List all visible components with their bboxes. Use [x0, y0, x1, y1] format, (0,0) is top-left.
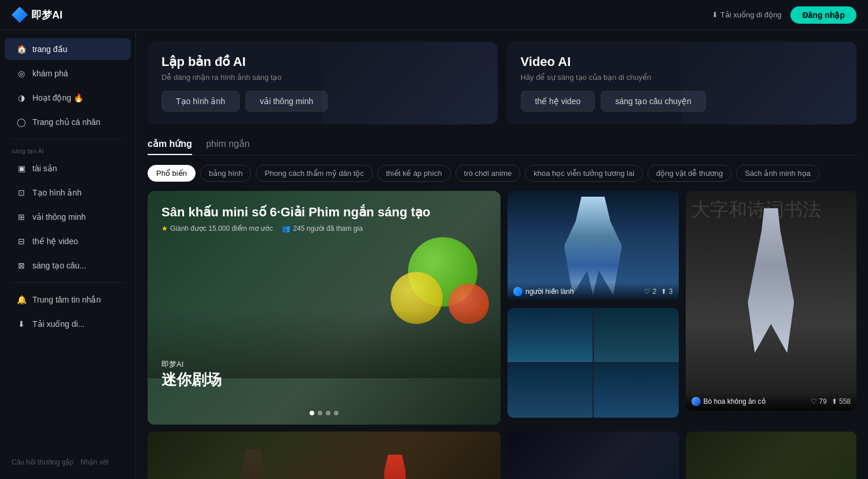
sidebar-item-hoat-dong[interactable]: ◑ Hoạt động 🔥 — [5, 87, 131, 109]
bottom-left-image — [507, 432, 679, 479]
sidebar-item-trang-dau[interactable]: 🏠 trang đầu — [5, 38, 131, 60]
swimmer-cell-1 — [507, 308, 593, 362]
sidebar-label-vai-thong-minh: vải thông minh — [32, 212, 86, 222]
topnav: 即梦AI ⬇ Tải xuống di động Đăng nhập — [0, 0, 868, 30]
footer-feedback[interactable]: Nhận xét — [80, 458, 108, 466]
grid-icon: ⊞ — [16, 212, 27, 222]
second-row — [148, 432, 856, 479]
right-column: 大字和诗词书法 Bò hoa không ăn cỏ ♡ 79 ⬆ 558 — [686, 191, 857, 418]
dancer-avatar — [513, 287, 523, 296]
sidebar-item-trang-chu[interactable]: ◯ Trang chủ cá nhân — [5, 111, 131, 133]
hero-btn-the-he-video[interactable]: thế hệ video — [521, 91, 595, 112]
sidebar-section-label: sáng tạo AI — [0, 144, 135, 156]
book-icon: ⊠ — [16, 260, 27, 271]
banner-logo-text: 即梦AI 迷你剧场 — [161, 359, 222, 390]
swimmer-grid-card[interactable] — [507, 308, 679, 418]
sidebar-label-tao-hinh-anh: Tạo hình ảnh — [32, 188, 82, 197]
chip-tro-choi[interactable]: trò chơi anime — [455, 165, 520, 182]
sidebar-label-trang-dau: trang đầu — [32, 45, 67, 54]
logo-text: 即梦AI — [31, 8, 62, 22]
filter-chips: Phổ biến bảng hình Phong cách thẩm mỹ dâ… — [148, 165, 856, 182]
banner-dots — [310, 411, 339, 415]
banner-dot-2[interactable] — [318, 411, 322, 415]
download-link[interactable]: ⬇ Tải xuống di động — [712, 10, 782, 19]
banner-meta-points: ★ Giành được 15.000 điểm mơ ước — [161, 224, 273, 233]
sidebar-label-trung-tam: Trung tâm tin nhắn — [32, 295, 101, 304]
hero-btn-vai-thong-minh[interactable]: vải thông minh — [245, 91, 328, 112]
hero-card-ai-map-subtitle: Dễ dàng nhận ra hình ảnh sáng tạo — [161, 73, 484, 82]
hanfu-likes: ♡ 79 — [811, 397, 827, 406]
swimmer-grid-image — [507, 308, 679, 418]
banner-brand: 即梦AI — [161, 359, 222, 370]
dancer-card-name: người hiền lành — [513, 287, 573, 296]
swimmer-cell-3 — [507, 363, 593, 418]
chip-pho-bien[interactable]: Phổ biến — [148, 165, 196, 182]
sidebar-item-sang-tao-cau[interactable]: ⊠ sáng tạo câu... — [5, 255, 131, 277]
sidebar-item-kham-pha[interactable]: ◎ khám phá — [5, 62, 131, 84]
bottom-right-image — [686, 432, 857, 479]
hero-btn-tao-hinh-anh[interactable]: Tạo hình ảnh — [161, 91, 240, 112]
hero-btn-sang-tao-cau-chuyen[interactable]: sáng tạo câu chuyện — [601, 91, 706, 112]
sidebar-label-trang-chu: Trang chủ cá nhân — [32, 117, 100, 127]
footer-faq[interactable]: Câu hỏi thường gặp — [12, 458, 73, 466]
image-icon: ⊡ — [16, 187, 27, 198]
couple-image — [148, 432, 501, 479]
dancer-figure — [564, 197, 622, 295]
tab-cam-hung[interactable]: cảm hứng — [148, 138, 192, 155]
hero-cards: Lập bản đồ AI Dễ dàng nhận ra hình ảnh s… — [148, 42, 856, 124]
sidebar-item-vai-thong-minh[interactable]: ⊞ vải thông minh — [5, 206, 131, 228]
content-tabs: cảm hứng phim ngắn — [148, 138, 856, 156]
sidebar: 🏠 trang đầu ◎ khám phá ◑ Hoạt động 🔥 ◯ T… — [0, 30, 136, 479]
hero-card-video-ai-subtitle: Hãy để sự sáng tạo của bạn di chuyển — [521, 73, 843, 82]
star-icon: ★ — [161, 224, 168, 233]
sidebar-item-tai-san[interactable]: ▣ tài sản — [5, 157, 131, 179]
login-button[interactable]: Đăng nhập — [790, 6, 856, 24]
activity-icon: ◑ — [16, 93, 27, 103]
user-icon: ◯ — [16, 117, 27, 127]
sidebar-item-trung-tam[interactable]: 🔔 Trung tâm tin nhắn — [5, 289, 131, 311]
chip-khoa-hoc[interactable]: khoa học viễn tưởng tương lai — [525, 165, 643, 182]
banner-dot-4[interactable] — [334, 411, 339, 415]
layout: 🏠 trang đầu ◎ khám phá ◑ Hoạt động 🔥 ◯ T… — [0, 30, 868, 479]
dancer-card[interactable]: người hiền lành ♡ 2 ⬆ 3 — [507, 191, 679, 301]
sidebar-label-tai-san: tài sản — [32, 164, 57, 173]
sidebar-item-tao-hinh-anh[interactable]: ⊡ Tạo hình ảnh — [5, 182, 131, 204]
couple-card[interactable] — [148, 432, 501, 479]
bottom-right-card[interactable] — [686, 432, 857, 479]
logo[interactable]: 即梦AI — [12, 7, 62, 23]
dancer-shares: ⬆ 3 — [661, 288, 672, 296]
banner-subtitle: 迷你剧场 — [161, 370, 222, 390]
hanfu-card[interactable]: 大字和诗词书法 Bò hoa không ăn cỏ ♡ 79 ⬆ 558 — [686, 191, 857, 411]
sidebar-label-the-he-video: thế hệ video — [32, 237, 78, 246]
chip-bang-hinh[interactable]: bảng hình — [200, 165, 252, 182]
banner-meta: ★ Giành được 15.000 điểm mơ ước 👥 245 ng… — [161, 224, 487, 233]
banner-meta-participants: 👥 245 người đã tham gia — [282, 224, 362, 233]
sidebar-divider-1 — [12, 139, 124, 139]
video-icon: ⊟ — [16, 236, 27, 246]
chip-sach-anh[interactable]: Sách ảnh minh họa — [736, 165, 819, 182]
hanfu-stats: ♡ 79 ⬆ 558 — [811, 397, 851, 406]
chip-thiet-ke[interactable]: thiết kế áp phích — [377, 165, 451, 182]
hanfu-avatar — [692, 397, 701, 406]
banner-dot-3[interactable] — [326, 411, 330, 415]
chip-phong-cach[interactable]: Phong cách thẩm mỹ dân tộc — [256, 165, 372, 182]
hero-card-ai-map-buttons: Tạo hình ảnh vải thông minh — [161, 91, 484, 112]
swimmer-cell-2 — [594, 308, 679, 362]
home-icon: 🏠 — [16, 44, 27, 54]
banner-dot-1[interactable] — [310, 411, 314, 415]
topnav-right: ⬇ Tải xuống di động Đăng nhập — [712, 6, 856, 24]
hanfu-card-name: Bò hoa không ăn cỏ — [692, 397, 766, 406]
hero-card-ai-map: Lập bản đồ AI Dễ dàng nhận ra hình ảnh s… — [148, 42, 498, 124]
sidebar-label-hoat-dong: Hoạt động 🔥 — [32, 93, 83, 102]
tab-phim-ngan[interactable]: phim ngắn — [206, 138, 250, 155]
bottom-left-card[interactable] — [507, 432, 679, 479]
featured-banner[interactable]: Sân khấu mini số 6·Giải Phim ngắn sáng t… — [148, 191, 501, 425]
chip-dong-vat[interactable]: động vật dễ thương — [648, 165, 731, 182]
sidebar-label-kham-pha: khám phá — [32, 69, 68, 78]
sidebar-item-tai-xuong[interactable]: ⬇ Tải xuống di... — [5, 313, 131, 335]
sidebar-item-the-he-video[interactable]: ⊟ thế hệ video — [5, 230, 131, 252]
hanfu-name: Bò hoa không ăn cỏ — [704, 397, 766, 406]
download-label: Tải xuống di động — [720, 10, 782, 19]
sidebar-divider-2 — [12, 282, 124, 283]
hanfu-image: 大字和诗词书法 — [686, 191, 857, 411]
